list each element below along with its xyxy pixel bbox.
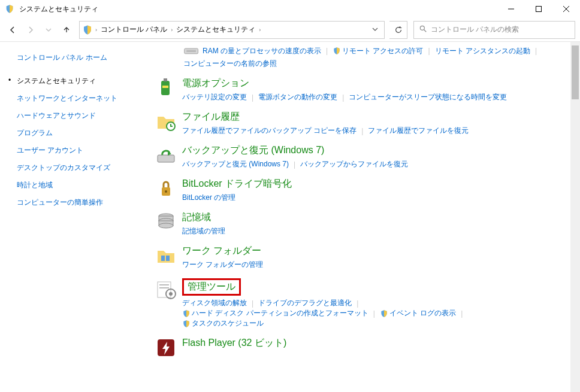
- shield-icon: [380, 309, 388, 318]
- svg-rect-3: [536, 7, 542, 12]
- storage-icon: [153, 211, 179, 236]
- crumb-sep-icon: ›: [170, 27, 174, 33]
- svg-rect-24: [159, 287, 169, 288]
- sidebar-item-system-security[interactable]: システムとセキュリティ: [17, 72, 145, 90]
- up-button[interactable]: [59, 22, 74, 38]
- svg-rect-10: [162, 86, 168, 88]
- cat-bitlocker[interactable]: BitLocker ドライブ暗号化: [182, 178, 292, 190]
- minimize-button[interactable]: [497, 0, 525, 18]
- sidebar-item-programs[interactable]: プログラム: [17, 124, 145, 142]
- flash-icon: [153, 337, 179, 362]
- link-defrag[interactable]: ドライブのデフラグと最適化: [258, 298, 352, 308]
- link-restore-files[interactable]: バックアップからファイルを復元: [300, 159, 408, 169]
- cat-work-folder[interactable]: ワーク フォルダー: [182, 245, 261, 257]
- scrollbar[interactable]: [570, 42, 580, 392]
- link-sleep[interactable]: コンピューターがスリープ状態になる時間を変更: [349, 92, 507, 102]
- svg-rect-20: [161, 256, 165, 261]
- shield-icon: [333, 47, 341, 55]
- link-bitlocker-manage[interactable]: BitLocker の管理: [182, 193, 235, 203]
- maximize-button[interactable]: [525, 0, 552, 18]
- search-icon: [419, 25, 427, 35]
- scroll-thumb[interactable]: [572, 45, 579, 99]
- window-title: システムとセキュリティ: [19, 4, 497, 14]
- backup-icon: [153, 144, 179, 169]
- sidebar: コントロール パネル ホーム システムとセキュリティ ネットワークとインターネッ…: [0, 42, 151, 392]
- processor-icon: [183, 44, 200, 57]
- link-backup-restore[interactable]: バックアップと復元 (Windows 7): [182, 159, 289, 169]
- link-remote-assist[interactable]: リモート アシスタンスの起動: [435, 46, 530, 56]
- svg-point-14: [165, 190, 167, 193]
- link-fh-restore[interactable]: ファイル履歴でファイルを復元: [368, 126, 469, 136]
- control-panel-home[interactable]: コントロール パネル ホーム: [17, 53, 145, 63]
- link-storage-manage[interactable]: 記憶域の管理: [182, 226, 225, 236]
- search-input[interactable]: コントロール パネルの検索: [413, 21, 575, 39]
- crumb-sep-icon: ›: [94, 27, 98, 33]
- cat-flash[interactable]: Flash Player (32 ビット): [182, 337, 286, 350]
- link-workfolder-manage[interactable]: ワーク フォルダーの管理: [182, 260, 263, 270]
- sidebar-item-hardware[interactable]: ハードウェアとサウンド: [17, 107, 145, 124]
- link-power-button[interactable]: 電源ボタンの動作の変更: [258, 92, 337, 102]
- link-task-schedule[interactable]: タスクのスケジュール: [192, 318, 264, 329]
- address-bar[interactable]: › コントロール パネル › システムとセキュリティ ›: [79, 21, 385, 39]
- bitlocker-icon: [153, 178, 179, 203]
- power-icon: [153, 77, 179, 102]
- link-fh-backup[interactable]: ファイル履歴でファイルのバックアップ コピーを保存: [182, 126, 357, 136]
- cat-backup[interactable]: バックアップと復元 (Windows 7): [182, 144, 324, 157]
- sidebar-item-desktop[interactable]: デスクトップのカスタマイズ: [17, 159, 145, 177]
- link-computer-name[interactable]: コンピューターの名前の参照: [183, 59, 277, 69]
- cat-power[interactable]: 電源オプション: [182, 77, 249, 90]
- link-ram[interactable]: RAM の量とプロセッサの速度の表示: [203, 46, 321, 56]
- svg-rect-21: [166, 256, 170, 261]
- address-icon: [82, 25, 93, 35]
- crumb-sep-icon: ›: [258, 27, 262, 33]
- work-folder-icon: [153, 245, 179, 270]
- link-partition[interactable]: ハード ディスク パーティションの作成とフォーマット: [192, 308, 368, 318]
- breadcrumb-current[interactable]: システムとセキュリティ: [174, 25, 258, 35]
- cat-file-history[interactable]: ファイル履歴: [182, 111, 240, 123]
- window-icon: [5, 4, 14, 14]
- svg-rect-7: [186, 50, 196, 53]
- sidebar-item-network[interactable]: ネットワークとインターネット: [17, 90, 145, 107]
- close-button[interactable]: [552, 0, 580, 18]
- sidebar-item-clock[interactable]: 時計と地域: [17, 177, 145, 194]
- search-placeholder: コントロール パネルの検索: [431, 25, 519, 35]
- sidebar-item-ease[interactable]: コンピューターの簡単操作: [17, 194, 145, 211]
- history-dropdown[interactable]: [41, 22, 56, 38]
- svg-rect-23: [159, 284, 169, 285]
- link-event-log[interactable]: イベント ログの表示: [389, 308, 456, 318]
- svg-point-19: [159, 223, 173, 228]
- svg-point-26: [169, 292, 173, 296]
- sidebar-item-users[interactable]: ユーザー アカウント: [17, 142, 145, 159]
- shield-icon: [182, 309, 191, 318]
- forward-button[interactable]: [23, 22, 38, 38]
- back-button[interactable]: [5, 22, 20, 38]
- main-content: RAM の量とプロセッサの速度の表示 | リモート アクセスの許可 | リモート…: [151, 42, 580, 392]
- link-battery[interactable]: バッテリ設定の変更: [182, 92, 247, 102]
- file-history-icon: [153, 111, 179, 136]
- link-remote-access[interactable]: リモート アクセスの許可: [342, 46, 423, 56]
- address-dropdown[interactable]: [368, 26, 382, 34]
- link-disk-cleanup[interactable]: ディスク領域の解放: [182, 298, 247, 308]
- breadcrumb-root[interactable]: コントロール パネル: [98, 25, 170, 35]
- cat-storage[interactable]: 記憶域: [182, 211, 211, 224]
- admin-tools-icon: [153, 278, 179, 303]
- cat-admin-tools[interactable]: 管理ツール: [182, 278, 241, 296]
- refresh-button[interactable]: [389, 21, 407, 39]
- svg-rect-9: [164, 78, 167, 81]
- svg-rect-12: [158, 155, 174, 162]
- shield-icon: [182, 320, 191, 328]
